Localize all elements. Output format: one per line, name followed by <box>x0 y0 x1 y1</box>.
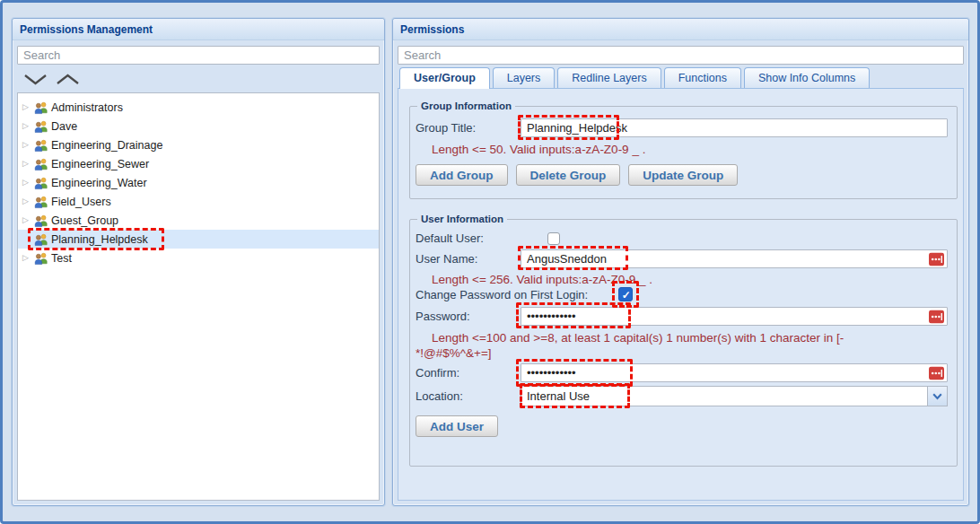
user-information-fieldset: User Information Default User: User Name… <box>409 214 958 467</box>
tab-user-group[interactable]: User/Group <box>399 67 490 89</box>
group-title-input[interactable] <box>521 118 948 137</box>
tree-item-label: Test <box>51 252 72 265</box>
permissions-management-panel: Permissions Management ▷Administrators▷D… <box>12 18 385 506</box>
location-select[interactable]: Internal Use <box>521 386 948 406</box>
tree-item-guest-group[interactable]: ▷Guest_Group <box>18 211 379 230</box>
panel-title-permissions: Permissions <box>393 19 968 40</box>
user-group-icon <box>34 119 48 134</box>
tree-item-test[interactable]: ▷Test <box>18 249 379 267</box>
tab-show-info-columns[interactable]: Show Info Columns <box>744 67 870 88</box>
tree-item-label: Planning_Helpdesk <box>51 233 148 246</box>
user-group-tab-content: Group Information Group Title: Length <=… <box>398 89 964 501</box>
expand-arrow-icon[interactable]: ▷ <box>22 103 34 111</box>
tree-item-dave[interactable]: ▷Dave <box>18 117 379 135</box>
user-group-icon <box>34 251 48 266</box>
user-name-input[interactable] <box>521 249 948 268</box>
tree-item-engineering-sewer[interactable]: ▷Engineering_Sewer <box>18 154 379 173</box>
confirm-field-wrap <box>521 363 948 382</box>
password-input[interactable] <box>521 307 948 326</box>
tab-functions[interactable]: Functions <box>664 67 741 88</box>
password-label: Password: <box>416 310 521 323</box>
default-user-label: Default User: <box>416 231 521 245</box>
default-user-row: Default User: <box>416 231 948 245</box>
expand-arrow-icon[interactable]: ▷ <box>22 216 34 224</box>
group-title-validation-text: Length <= 50. Valid inputs:a-zA-Z0-9 _ . <box>416 142 948 157</box>
group-information-fieldset: Group Information Group Title: Length <=… <box>409 100 958 199</box>
group-title-row: Group Title: <box>416 118 948 137</box>
user-group-icon <box>34 176 48 190</box>
tree-item-label: Field_Users <box>51 196 111 208</box>
password-validation-line2: *!@#$%^&+=] <box>416 345 948 361</box>
user-group-icon <box>34 195 48 209</box>
add-user-button[interactable]: Add User <box>416 415 498 437</box>
tree-item-label: Engineering_Water <box>51 177 147 189</box>
user-information-legend: User Information <box>417 214 507 224</box>
expand-arrow-icon[interactable]: ▷ <box>22 122 34 130</box>
tab-layers[interactable]: Layers <box>493 67 556 88</box>
user-name-label: User Name: <box>416 252 521 266</box>
location-row: Location: Internal Use <box>416 386 948 406</box>
password-field-wrap <box>521 307 948 326</box>
location-label: Location: <box>416 389 521 403</box>
permissions-body: User/GroupLayersRedline LayersFunctionsS… <box>393 40 968 505</box>
group-title-label: Group Title: <box>416 121 521 135</box>
default-user-checkbox[interactable] <box>547 232 560 245</box>
chevron-down-icon <box>932 393 942 400</box>
change-password-checkbox[interactable] <box>618 287 633 301</box>
password-validation-line1: Length <=100 and >=8, at least 1 capital… <box>416 330 948 345</box>
expand-arrow-icon[interactable]: ▷ <box>22 179 34 187</box>
user-group-icon <box>34 232 48 247</box>
change-password-row: Change Password on First Login: <box>416 287 948 301</box>
expand-arrow-icon[interactable]: ▷ <box>22 254 34 262</box>
tab-strip: User/GroupLayersRedline LayersFunctionsS… <box>398 67 964 89</box>
permissions-management-body: ▷Administrators▷Dave▷Engineering_Drainag… <box>13 40 384 505</box>
delete-group-button[interactable]: Delete Group <box>516 164 621 186</box>
user-name-field-wrap <box>521 249 948 268</box>
add-group-button[interactable]: Add Group <box>416 164 508 186</box>
panel-title-permissions-management: Permissions Management <box>13 19 384 40</box>
tree-item-label: Dave <box>51 120 77 133</box>
change-password-checkbox-wrap <box>618 287 633 301</box>
group-tree: ▷Administrators▷Dave▷Engineering_Drainag… <box>17 92 380 501</box>
group-buttons-row: Add Group Delete Group Update Group <box>416 164 948 189</box>
tree-item-engineering-water[interactable]: ▷Engineering_Water <box>18 173 379 192</box>
expand-arrow-icon[interactable]: ▷ <box>22 141 34 149</box>
tree-item-planning-helpdesk[interactable]: Planning_Helpdesk <box>18 230 379 249</box>
tree-item-label: Administrators <box>51 101 123 114</box>
confirm-row: Confirm: <box>416 363 948 382</box>
password-row: Password: <box>416 307 948 326</box>
confirm-label: Confirm: <box>416 366 521 380</box>
user-group-icon <box>34 100 48 115</box>
permissions-search-input[interactable] <box>398 46 964 65</box>
tree-item-administrators[interactable]: ▷Administrators <box>18 98 379 117</box>
chevron-down-icon[interactable] <box>23 72 48 86</box>
add-user-row: Add User <box>416 415 948 441</box>
user-name-validation-text: Length <= 256. Valid inputs:a-zA-Z0-9 _ … <box>416 272 948 287</box>
tree-item-label: Engineering_Drainage <box>51 139 162 152</box>
chevron-up-icon[interactable] <box>56 72 80 86</box>
user-group-icon <box>34 138 48 153</box>
invalid-field-icon <box>929 366 944 380</box>
tree-item-engineering-drainage[interactable]: ▷Engineering_Drainage <box>18 135 379 154</box>
invalid-field-icon <box>929 252 944 266</box>
tree-item-label: Engineering_Sewer <box>51 158 149 170</box>
permissions-panel: Permissions User/GroupLayersRedline Laye… <box>392 18 969 506</box>
group-search-input[interactable] <box>17 46 380 65</box>
tree-toolbar <box>23 72 380 86</box>
user-name-row: User Name: <box>416 249 948 268</box>
tree-item-label: Guest_Group <box>51 214 118 227</box>
location-dropdown-trigger[interactable] <box>927 387 947 406</box>
confirm-input[interactable] <box>521 363 948 382</box>
group-title-field-wrap <box>521 118 948 137</box>
user-group-icon <box>34 157 48 171</box>
expand-arrow-icon[interactable]: ▷ <box>22 197 34 205</box>
tree-item-field-users[interactable]: ▷Field_Users <box>18 192 379 211</box>
invalid-field-icon <box>929 310 944 323</box>
user-group-icon <box>34 214 48 228</box>
tab-redline-layers[interactable]: Redline Layers <box>557 67 661 88</box>
change-password-label: Change Password on First Login: <box>416 288 588 301</box>
group-information-legend: Group Information <box>417 100 515 111</box>
permissions-window: Permissions Management ▷Administrators▷D… <box>0 0 980 524</box>
expand-arrow-icon[interactable]: ▷ <box>22 160 34 168</box>
update-group-button[interactable]: Update Group <box>628 164 738 186</box>
